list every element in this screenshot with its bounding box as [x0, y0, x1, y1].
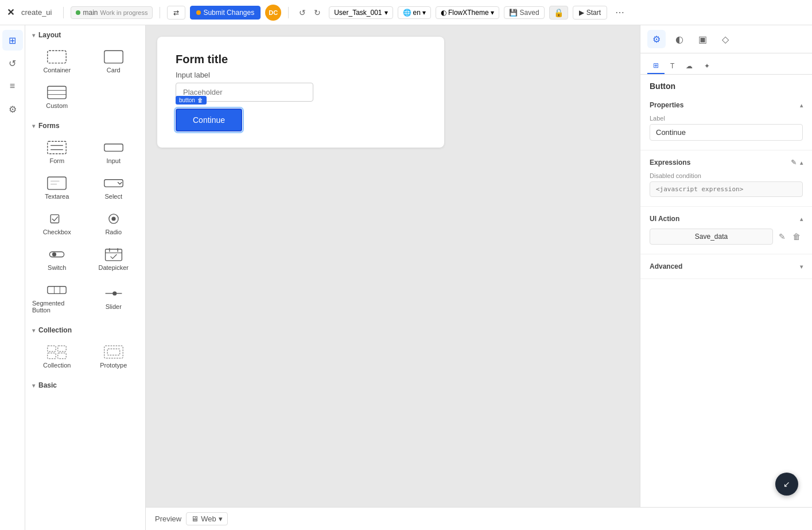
form-title: Form title: [176, 53, 426, 66]
inner-tab-grid[interactable]: ⊞: [647, 58, 665, 74]
custom-label: Custom: [46, 102, 68, 109]
branch-selector[interactable]: main Work in progress: [71, 6, 153, 19]
continue-button[interactable]: Continue: [176, 109, 242, 131]
disabled-condition-field: Disabled condition: [640, 170, 812, 202]
action-icons: ✎ 🗑: [776, 230, 803, 243]
ui-action-section-header[interactable]: UI Action ▴: [640, 211, 812, 226]
component-textarea[interactable]: Textarea: [30, 171, 84, 204]
component-custom[interactable]: Custom: [30, 80, 84, 114]
preview-mode-selector[interactable]: 🖥 Web ▾: [186, 512, 228, 525]
forms-section-header[interactable]: ▾ Forms: [25, 116, 145, 133]
component-segmented-button[interactable]: Segmented Button: [30, 278, 84, 318]
more-options-button[interactable]: ⋯: [612, 5, 628, 20]
redo-button[interactable]: ↻: [310, 6, 324, 20]
canvas-area[interactable]: Form title Input label button 🗑 Continue: [146, 25, 640, 530]
right-panel: ⚙ ◐ ▣ ◇ ⊞ T ☁ ✦ Button Properties ▴ Labe…: [640, 25, 812, 530]
left-panel: ▾ Layout Container Card: [25, 25, 146, 530]
component-datepicker[interactable]: Datepicker: [87, 242, 141, 276]
task-chevron: ▾: [384, 9, 388, 17]
tab-settings-icon[interactable]: ⚙: [647, 30, 666, 48]
divider-2: [160, 7, 160, 18]
branch-status-dot: [76, 10, 80, 15]
disabled-condition-label: Disabled condition: [650, 172, 803, 179]
advanced-section: Advanced ▾: [640, 254, 812, 279]
layout-section-label: Layout: [38, 31, 61, 39]
collection-icon: [46, 345, 67, 359]
component-container[interactable]: Container: [30, 45, 84, 78]
preview-label: Preview: [155, 514, 181, 523]
right-panel-content: Button Properties ▴ Label Expressions ✎: [640, 75, 812, 530]
process-btn[interactable]: ⇄: [167, 6, 185, 20]
floating-export-button[interactable]: ↙: [775, 473, 798, 496]
action-edit-button[interactable]: ✎: [776, 230, 788, 243]
task-selector[interactable]: User_Task_001 ▾: [329, 6, 393, 19]
theme-chevron: ▾: [491, 9, 494, 17]
tab-actions-icon[interactable]: ◇: [716, 30, 735, 48]
svg-rect-30: [58, 353, 66, 359]
label-input[interactable]: [650, 124, 803, 141]
basic-section-header[interactable]: ▾ Basic: [25, 376, 145, 393]
collection-section-header[interactable]: ▾ Collection: [25, 320, 145, 338]
component-switch[interactable]: Switch: [30, 242, 84, 276]
form-label: Form: [49, 157, 64, 164]
advanced-section-header[interactable]: Advanced ▾: [640, 259, 812, 274]
theme-selector[interactable]: ◐ FlowXTheme ▾: [436, 6, 499, 19]
canvas-form-card: Form title Input label button 🗑 Continue: [157, 37, 444, 148]
layout-components-grid: Container Card: [25, 42, 145, 116]
play-icon: ▶: [579, 9, 584, 17]
properties-section-header[interactable]: Properties ▴: [640, 98, 812, 113]
tab-style-icon[interactable]: ◐: [670, 30, 689, 48]
sidebar-icon-layers[interactable]: ≡: [2, 76, 23, 96]
lang-chevron: ▾: [422, 9, 426, 17]
card-icon: [103, 49, 124, 64]
preview-chevron: ▾: [219, 514, 223, 523]
ui-action-title: UI Action: [650, 215, 679, 223]
properties-chevron: ▴: [800, 102, 803, 109]
svg-rect-27: [48, 346, 56, 351]
preview-mode-label: Web: [201, 514, 216, 523]
properties-title: Properties: [650, 101, 683, 109]
lock-button[interactable]: 🔒: [549, 6, 568, 20]
start-button[interactable]: ▶ Start: [573, 6, 607, 20]
sidebar-icon-settings[interactable]: ⚙: [2, 99, 23, 119]
saved-indicator: 💾 Saved: [504, 6, 545, 19]
component-select[interactable]: Select: [87, 171, 141, 204]
tab-responsive-icon[interactable]: ▣: [693, 30, 712, 48]
inner-tab-cloud[interactable]: ☁: [680, 58, 698, 74]
datepicker-label: Datepicker: [98, 264, 129, 271]
disabled-condition-input[interactable]: [650, 181, 803, 197]
forms-components-grid: Form Input: [25, 133, 145, 320]
expressions-edit-icon[interactable]: ✎: [791, 158, 797, 167]
component-checkbox[interactable]: Checkbox: [30, 207, 84, 240]
topbar: ✕ create_ui main Work in progress ⇄ Subm…: [0, 0, 812, 25]
expressions-section-header[interactable]: Expressions ✎ ▴: [640, 155, 812, 170]
component-radio[interactable]: Radio: [87, 207, 141, 240]
forms-chevron: ▾: [32, 123, 35, 129]
submit-changes-button[interactable]: Submit Changes: [190, 6, 261, 20]
svg-rect-0: [48, 51, 66, 63]
switch-icon: [46, 247, 67, 262]
layout-section-header[interactable]: ▾ Layout: [25, 25, 145, 42]
sidebar-icon-history[interactable]: ↺: [2, 53, 23, 73]
theme-icon: ◐: [441, 9, 446, 17]
user-avatar[interactable]: DC: [265, 5, 281, 21]
sidebar-icon-components[interactable]: ⊞: [2, 30, 23, 51]
component-card[interactable]: Card: [87, 45, 141, 78]
action-chip: Save_data: [650, 229, 773, 245]
advanced-chevron: ▾: [800, 264, 803, 270]
inner-tab-text[interactable]: T: [665, 58, 680, 74]
action-delete-button[interactable]: 🗑: [790, 230, 803, 243]
inner-tab-star[interactable]: ✦: [698, 58, 716, 74]
checkbox-icon: [46, 211, 67, 226]
component-slider[interactable]: Slider: [87, 278, 141, 318]
component-prototype[interactable]: Prototype: [87, 340, 141, 373]
undo-button[interactable]: ↺: [296, 6, 309, 20]
component-form[interactable]: Form: [30, 136, 84, 169]
button-tag-delete-icon[interactable]: 🗑: [197, 97, 203, 103]
slider-icon: [103, 286, 124, 301]
component-input[interactable]: Input: [87, 136, 141, 169]
theme-label: FlowXTheme: [448, 9, 489, 17]
label-field-label: Label: [650, 115, 803, 122]
language-selector[interactable]: 🌐 en ▾: [398, 6, 431, 19]
component-collection[interactable]: Collection: [30, 340, 84, 373]
